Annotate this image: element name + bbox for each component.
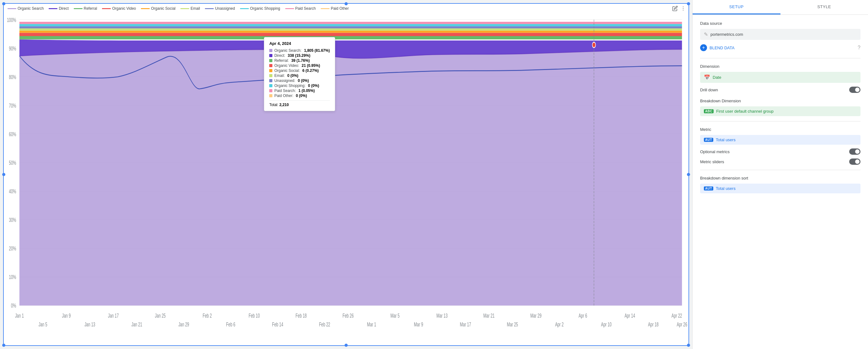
data-source-row[interactable]: ✎ portermetrics.com [700,29,861,40]
tab-style[interactable]: STYLE [780,0,868,14]
tab-setup[interactable]: SETUP [692,0,780,14]
drill-down-row: Drill down [700,87,861,93]
svg-text:Apr 10: Apr 10 [601,321,612,328]
breakdown-dimension-label: Breakdown Dimension [700,99,861,103]
chart-container: Organic SearchDirectReferralOrganic Vide… [3,3,689,346]
divider-2 [700,121,861,122]
svg-text:Mar 29: Mar 29 [530,312,541,319]
legend-item: Paid Other [321,6,349,11]
resize-handle-br[interactable] [687,344,690,347]
svg-text:Apr 2: Apr 2 [555,321,564,328]
svg-text:Mar 21: Mar 21 [483,312,495,319]
divider-1 [700,58,861,58]
resize-handle-tr[interactable] [687,2,690,5]
svg-text:Mar 13: Mar 13 [436,312,448,319]
tooltip-row: Organic Shopping:0 (0%) [269,84,330,88]
setup-panel: SETUP STYLE Data source ✎ portermetrics.… [692,0,868,349]
tooltip-total-label: Total: [269,103,278,107]
optional-metrics-label: Optional metrics [700,149,730,154]
svg-text:Feb 26: Feb 26 [342,312,354,319]
metric-sliders-toggle[interactable] [849,158,861,165]
drill-down-label: Drill down [700,88,718,92]
tooltip-total: Total: 2,210 [269,100,330,107]
svg-text:Jan 21: Jan 21 [131,321,142,328]
legend-item: Organic Video [102,6,136,11]
tooltip-row: Direct:338 (15.29%) [269,53,330,58]
calendar-icon: 📅 [704,74,710,81]
tooltip-total-value: 2,210 [279,103,289,107]
svg-text:Apr 6: Apr 6 [579,312,587,319]
svg-text:Mar 9: Mar 9 [414,321,423,328]
legend-item: Organic Search [7,6,43,11]
metric-chip[interactable]: AUT Total users [700,135,861,145]
svg-text:0%: 0% [11,302,16,309]
metric-value: Total users [716,137,736,142]
optional-metrics-row: Optional metrics [700,149,861,155]
svg-text:20%: 20% [9,245,16,252]
chart-toolbar [672,6,686,12]
svg-text:80%: 80% [9,74,16,81]
svg-text:Jan 25: Jan 25 [155,312,166,319]
svg-text:Jan 29: Jan 29 [178,321,189,328]
svg-text:Apr 14: Apr 14 [624,312,635,319]
svg-text:Jan 5: Jan 5 [39,321,48,328]
blend-data-label: BLEND DATA [710,45,735,50]
legend-item: Referral [74,6,97,11]
aut-badge-sort: AUT [704,186,713,191]
breakdown-chip[interactable]: ABC First user default channel group [700,106,861,116]
svg-point-2 [683,10,683,10]
tooltip-row: Paid Other:0 (0%) [269,94,330,98]
tooltip-row: Referral:39 (1.76%) [269,58,330,63]
legend-item: Email [181,6,200,11]
svg-text:Feb 22: Feb 22 [319,321,331,328]
breakdown-value: First user default channel group [716,109,774,114]
tooltip-row: Email:0 (0%) [269,73,330,78]
svg-text:100%: 100% [7,17,16,23]
resize-handle-bl[interactable] [2,344,5,347]
divider-3 [700,170,861,170]
svg-text:Jan 17: Jan 17 [108,312,119,319]
svg-text:60%: 60% [9,131,16,137]
more-options-icon[interactable] [680,6,686,12]
svg-text:50%: 50% [9,159,16,166]
svg-text:Jan 9: Jan 9 [62,312,71,319]
legend-item: Organic Social [141,6,176,11]
resize-handle-tl[interactable] [2,2,5,5]
blend-plus-icon: + [700,44,707,51]
svg-text:30%: 30% [9,217,16,223]
svg-text:Feb 14: Feb 14 [272,321,283,328]
question-icon[interactable]: ? [858,45,861,51]
blend-data-button[interactable]: + BLEND DATA ? [700,42,861,53]
drill-down-toggle[interactable] [849,87,861,93]
optional-metrics-toggle[interactable] [849,149,861,155]
data-source-label: Data source [700,21,861,26]
svg-text:10%: 10% [9,274,16,280]
tooltip-row: Unassigned:0 (0%) [269,78,330,83]
svg-text:Apr 26: Apr 26 [677,321,687,328]
panel-tabs: SETUP STYLE [692,0,868,15]
svg-text:70%: 70% [9,102,16,109]
dimension-label: Dimension [700,64,861,69]
svg-text:Mar 1: Mar 1 [367,321,376,328]
panel-body: Data source ✎ portermetrics.com + BLEND … [692,15,868,349]
svg-text:40%: 40% [9,188,16,195]
edit-icon[interactable] [672,6,678,12]
svg-text:Mar 17: Mar 17 [460,321,471,328]
tooltip-date: Apr 4, 2024 [269,41,330,46]
pencil-icon: ✎ [704,31,708,37]
aut-badge: AUT [704,138,713,142]
legend-item: Organic Shopping [240,6,280,11]
svg-text:Jan 1: Jan 1 [15,312,24,319]
metric-label: Metric [700,127,861,132]
abc-badge: ABC [704,109,714,113]
breakdown-sort-chip[interactable]: AUT Total users [700,184,861,193]
dimension-chip[interactable]: 📅 Date [700,72,861,83]
resize-handle-tm[interactable] [345,2,348,5]
svg-point-1 [683,8,683,9]
resize-handle-bm[interactable] [345,344,348,347]
legend-item: Direct [49,6,68,11]
svg-point-26 [592,42,595,48]
legend-item: Paid Search [285,6,316,11]
svg-text:Feb 10: Feb 10 [249,312,260,319]
svg-text:Feb 2: Feb 2 [203,312,212,319]
